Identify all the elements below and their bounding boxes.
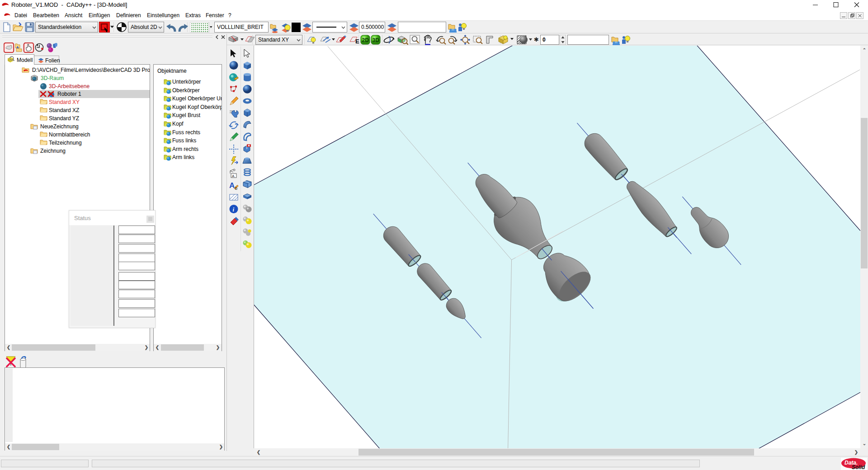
svg-text:3D: 3D bbox=[373, 37, 380, 43]
svg-text:E: E bbox=[355, 38, 359, 45]
svg-text:b: b bbox=[235, 186, 237, 191]
svg-text:Solid: Solid bbox=[852, 464, 865, 470]
svg-text:A: A bbox=[232, 174, 235, 178]
svg-text:2D: 2D bbox=[362, 37, 369, 43]
svg-text:A: A bbox=[229, 181, 235, 190]
svg-text:i: i bbox=[233, 206, 235, 213]
